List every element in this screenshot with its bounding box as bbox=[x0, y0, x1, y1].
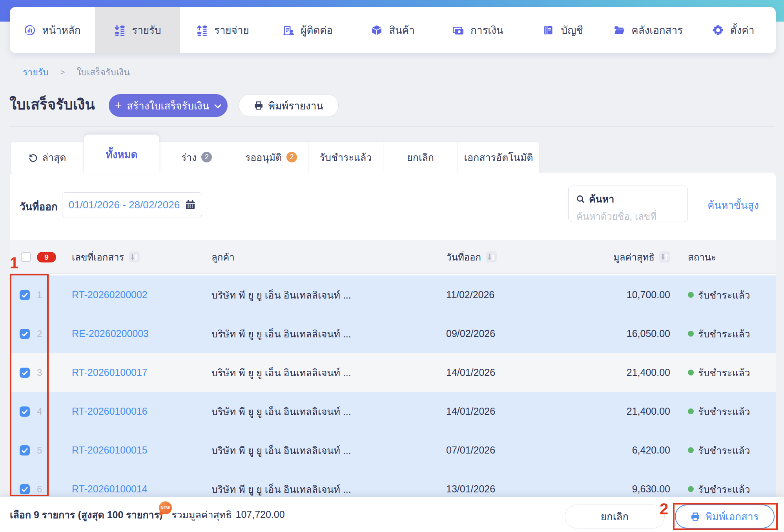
status-dot-icon bbox=[688, 370, 694, 375]
row-checkbox-checked[interactable] bbox=[20, 406, 30, 417]
issue-date-cell: 14/01/2026 bbox=[446, 353, 495, 392]
table-row[interactable]: 5 RT-20260100015 บริษัท พี ยู ยู เอ็น อิ… bbox=[10, 431, 776, 470]
breadcrumb-separator: > bbox=[60, 68, 65, 77]
tab-draft[interactable]: ร่าง 2 bbox=[159, 141, 234, 173]
doc-no-link[interactable]: RT-20260200002 bbox=[72, 275, 148, 314]
annotation-number-step2: 2 bbox=[660, 501, 668, 517]
net-value-cell: 16,050.00 bbox=[627, 314, 670, 353]
tab-cancelled[interactable]: ยกเลิก bbox=[383, 141, 458, 173]
nav-item-label: ตั้งค่า bbox=[730, 22, 755, 38]
tab-label: ร่าง bbox=[181, 149, 197, 165]
column-doc-no: เลขที่เอกสาร bbox=[72, 250, 124, 265]
tab-recent[interactable]: ล่าสุด bbox=[10, 141, 84, 173]
tab-all-active[interactable]: ทั้งหมด bbox=[84, 135, 159, 174]
plus-icon: + bbox=[115, 99, 122, 111]
tab-paid[interactable]: รับชำระแล้ว bbox=[308, 141, 383, 173]
divider bbox=[10, 126, 774, 127]
doc-no-link[interactable]: RT-20260100016 bbox=[72, 392, 148, 431]
status-dot-icon bbox=[688, 447, 694, 453]
status-label: รับชำระแล้ว bbox=[698, 287, 750, 303]
table-body: 1 RT-20260200002 บริษัท พี ยู ยู เอ็น อิ… bbox=[10, 275, 776, 508]
printer-icon bbox=[254, 101, 263, 110]
nav-item-expense[interactable]: รายจ่าย bbox=[180, 7, 265, 53]
nav-item-documents[interactable]: คลังเอกสาร bbox=[605, 7, 691, 53]
page: หน้าหลัก รายรับ รายจ่าย ผู้ติดต่อ สินค้า… bbox=[0, 0, 784, 532]
table-row[interactable]: 1 RT-20260200002 บริษัท พี ยู ยู เอ็น อิ… bbox=[10, 275, 776, 314]
row-number: 4 bbox=[37, 392, 42, 431]
settings-icon bbox=[712, 24, 724, 36]
history-icon bbox=[28, 153, 38, 162]
advanced-search-link[interactable]: ค้นหาขั้นสูง bbox=[707, 197, 759, 213]
nav-item-settings[interactable]: ตั้งค่า bbox=[691, 7, 776, 53]
nav-item-products[interactable]: สินค้า bbox=[350, 7, 436, 53]
issue-date-cell: 14/01/2026 bbox=[446, 392, 495, 431]
table-row[interactable]: 4 RT-20260100016 บริษัท พี ยู ยู เอ็น อิ… bbox=[10, 392, 776, 431]
customer-cell: บริษัท พี ยู ยู เอ็น อินเทลลิเจนท์ ... bbox=[211, 392, 351, 431]
issue-date-filter-label: วันที่ออก bbox=[20, 199, 57, 215]
status-dot-icon bbox=[688, 331, 694, 337]
tab-pending-approval[interactable]: รออนุมัติ 2 bbox=[234, 141, 308, 173]
search-input[interactable]: ค้นหา ค้นหาด้วยชื่อ, เลขที่ bbox=[568, 186, 688, 222]
nav-item-label: การเงิน bbox=[470, 22, 503, 38]
status-dot-icon bbox=[688, 292, 694, 298]
main-navbar: หน้าหลัก รายรับ รายจ่าย ผู้ติดต่อ สินค้า… bbox=[10, 7, 776, 53]
status-cell: รับชำระแล้ว bbox=[688, 353, 750, 392]
column-issue-date: วันที่ออก bbox=[446, 250, 481, 265]
issue-date-cell: 07/01/2026 bbox=[446, 431, 495, 470]
selected-count-badge: 9 bbox=[37, 252, 56, 262]
print-documents-label: พิมพ์เอกสาร bbox=[705, 508, 758, 525]
breadcrumb: รายรับ > ใบเสร็จรับเงิน bbox=[23, 66, 130, 78]
nav-item-income[interactable]: รายรับ bbox=[95, 7, 180, 53]
net-value-cell: 21,400.00 bbox=[627, 392, 670, 431]
nav-item-accounting[interactable]: บัญชี bbox=[520, 7, 605, 53]
cancel-button[interactable]: ยกเลิก bbox=[565, 505, 665, 528]
status-cell: รับชำระแล้ว bbox=[688, 314, 750, 353]
doc-no-link[interactable]: RT-20260100017 bbox=[72, 353, 148, 392]
row-checkbox-checked[interactable] bbox=[20, 329, 30, 339]
column-customer: ลูกค้า bbox=[211, 250, 235, 265]
issue-date-cell: 11/02/2026 bbox=[446, 275, 494, 314]
tab-label: เอกสารอัตโนมัติ bbox=[464, 149, 533, 165]
create-receipt-button[interactable]: + สร้างใบเสร็จรับเงิน bbox=[109, 94, 228, 117]
select-all-checkbox[interactable] bbox=[21, 252, 31, 262]
customer-cell: บริษัท พี ยู ยู เอ็น อินเทลลิเจนท์ ... bbox=[211, 353, 351, 392]
status-label: รับชำระแล้ว bbox=[698, 443, 750, 458]
doc-no-link[interactable]: RT-20260100015 bbox=[72, 431, 148, 470]
nav-item-contacts[interactable]: ผู้ติดต่อ bbox=[265, 7, 350, 53]
date-range-value: 01/01/2026 - 28/02/2026 bbox=[69, 199, 180, 211]
print-report-label: พิมพ์รายงาน bbox=[268, 98, 323, 114]
tab-label: รออนุมัติ bbox=[245, 149, 282, 165]
new-badge: NEW bbox=[159, 501, 172, 514]
row-checkbox-checked[interactable] bbox=[20, 368, 30, 378]
sort-icon[interactable] bbox=[129, 251, 140, 262]
doc-no-link[interactable]: RE-20260200003 bbox=[72, 314, 149, 353]
tab-auto-documents[interactable]: เอกสารอัตโนมัติ bbox=[458, 141, 540, 173]
print-report-button[interactable]: พิมพ์รายงาน bbox=[239, 94, 339, 117]
selection-summary: เลือก 9 รายการ (สูงสุด 100 รายการ) bbox=[10, 497, 162, 532]
sort-icon[interactable] bbox=[659, 251, 670, 262]
breadcrumb-income-link[interactable]: รายรับ bbox=[23, 65, 49, 79]
search-label: ค้นหา bbox=[589, 191, 614, 207]
sort-icon[interactable] bbox=[486, 251, 497, 262]
row-checkbox-checked[interactable] bbox=[20, 445, 30, 455]
documents-icon bbox=[613, 24, 625, 36]
net-value-cell: 6,420.00 bbox=[632, 431, 670, 470]
nav-item-label: คลังเอกสาร bbox=[631, 22, 683, 38]
row-checkbox-checked[interactable] bbox=[20, 484, 30, 494]
tab-label: รับชำระแล้ว bbox=[320, 149, 372, 165]
finance-icon bbox=[452, 24, 464, 36]
chevron-down-icon bbox=[214, 104, 221, 109]
income-icon bbox=[114, 24, 126, 36]
status-dot-icon bbox=[688, 486, 694, 492]
total-net-value: รวมมูลค่าสุทธิ 107,720.00 bbox=[171, 497, 285, 532]
table-row[interactable]: 2 RE-20260200003 บริษัท พี ยู ยู เอ็น อิ… bbox=[10, 314, 776, 353]
column-status: สถานะ bbox=[688, 250, 716, 265]
table-row[interactable]: 3 RT-20260100017 บริษัท พี ยู ยู เอ็น อิ… bbox=[10, 353, 776, 392]
nav-item-finance[interactable]: การเงิน bbox=[435, 7, 520, 53]
date-range-input[interactable]: 01/01/2026 - 28/02/2026 bbox=[62, 192, 202, 217]
receipt-list-card: วันที่ออก 01/01/2026 - 28/02/2026 ค้นหา … bbox=[10, 173, 776, 496]
row-checkbox-checked[interactable] bbox=[20, 290, 30, 300]
nav-item-home[interactable]: หน้าหลัก bbox=[10, 7, 95, 53]
create-receipt-label: สร้างใบเสร็จรับเงิน bbox=[127, 98, 209, 114]
print-documents-button[interactable]: พิมพ์เอกสาร bbox=[675, 505, 775, 528]
